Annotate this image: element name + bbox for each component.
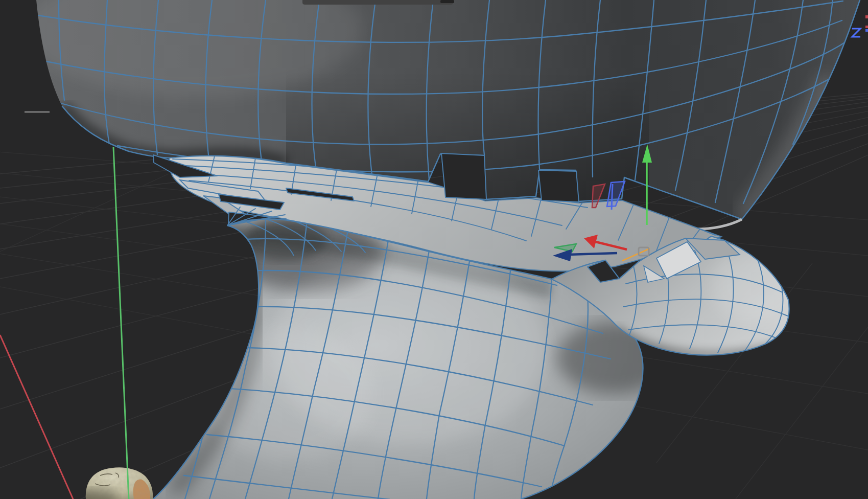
hud-bar-remnant bbox=[302, 0, 454, 5]
gizmo-z-arrow-shaft[interactable] bbox=[568, 253, 617, 255]
viewport-canvas[interactable] bbox=[0, 0, 868, 499]
gizmo-plane-handle-blue-tail[interactable] bbox=[612, 184, 613, 210]
hud-bar-dark-chip bbox=[440, 0, 454, 3]
viewport[interactable] bbox=[0, 0, 868, 499]
